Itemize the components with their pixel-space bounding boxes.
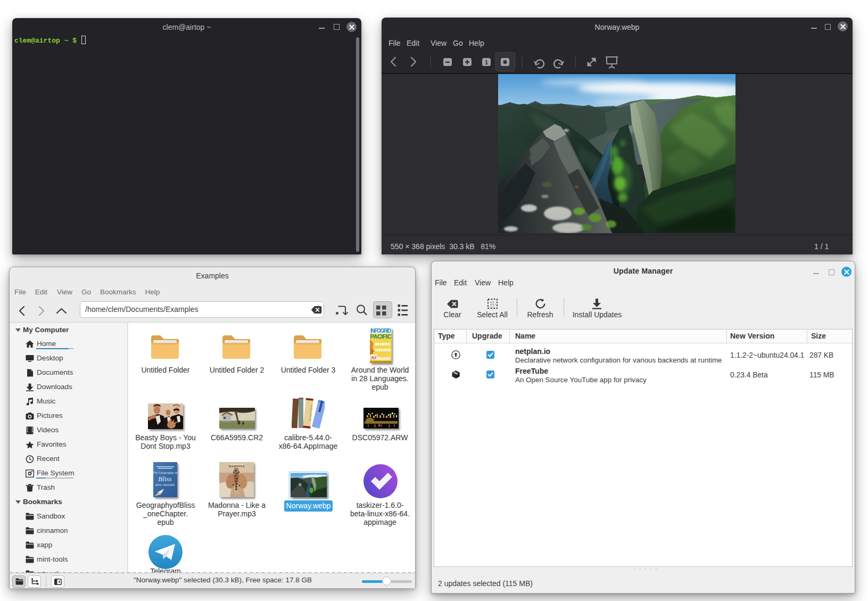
svg-text:MADONNA: MADONNA <box>229 465 244 468</box>
svg-text:AROUND THE: AROUND THE <box>375 342 391 346</box>
svg-text:1: 1 <box>485 59 488 65</box>
svg-text:AZ: AZ <box>371 355 377 360</box>
svg-text:WORLD IN 28: WORLD IN 28 <box>375 348 391 352</box>
svg-text:ERIC WEINER: ERIC WEINER <box>155 483 175 487</box>
svg-text:Bliss: Bliss <box>158 475 171 483</box>
svg-text:PACIFIC: PACIFIC <box>370 333 392 340</box>
svg-text:The Geography of: The Geography of <box>153 471 177 474</box>
